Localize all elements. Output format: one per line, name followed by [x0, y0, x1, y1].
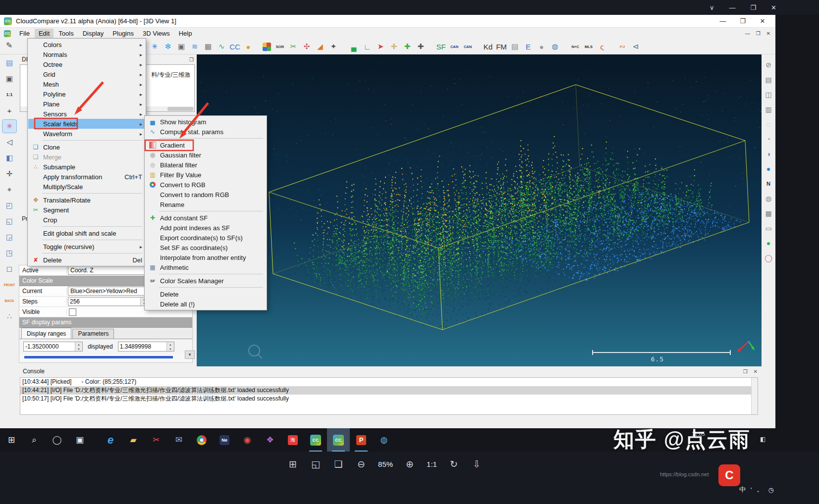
menu-3d-views[interactable]: 3D Views — [139, 29, 174, 38]
sphere-tool-icon[interactable]: ● — [242, 41, 254, 52]
menu-item-interpolate-from-another-entity[interactable]: Interpolate from another entity — [145, 252, 266, 262]
menu-item-waveform[interactable]: Waveform▸ — [28, 129, 145, 139]
menu-item-toggle-recursive[interactable]: Toggle (recursive)▸ — [28, 242, 145, 252]
console-scrollbar[interactable] — [751, 378, 758, 414]
label-tool-icon[interactable]: ➤ — [375, 41, 386, 52]
zoom-out-icon[interactable]: ⊖ — [355, 458, 367, 470]
no-filter-icon[interactable]: ⊘ — [763, 59, 774, 70]
action-center-icon[interactable]: ◧ — [760, 436, 765, 443]
front-view-icon[interactable]: FRONT — [2, 278, 16, 291]
chrome-icon[interactable] — [190, 428, 213, 452]
menu-edit[interactable]: Edit — [35, 29, 54, 38]
minimize-icon[interactable]: — — [729, 4, 735, 11]
add-point-icon[interactable]: ✚ — [401, 41, 413, 52]
zoom-level[interactable]: 85% — [378, 460, 393, 468]
checker-tool-icon[interactable] — [263, 43, 271, 51]
gl-filter-2-icon[interactable]: ◫ — [763, 89, 774, 100]
screenshot-camera-icon[interactable]: ▣ — [2, 72, 16, 85]
cortana-icon[interactable]: ◯ — [46, 428, 68, 452]
gl-filter-1-icon[interactable]: ▤ — [763, 74, 774, 85]
menu-item-merge[interactable]: ❏Merge — [28, 152, 145, 162]
menu-item-crop[interactable]: Crop — [28, 215, 145, 225]
snapshot-icon[interactable]: ▣ — [175, 41, 187, 52]
msc-filter-icon[interactable]: ▦ — [763, 208, 774, 219]
close-panel-icon[interactable]: ✕ — [754, 369, 758, 374]
zoom-1-1-icon[interactable]: 1:1 — [2, 88, 16, 101]
right-side-view-icon[interactable]: ◳ — [2, 247, 16, 259]
mesh-tool-icon[interactable]: ▦ — [202, 41, 214, 52]
compute-normals-icon[interactable]: ≋ — [189, 41, 201, 52]
cross-section-icon[interactable]: ✛ — [388, 41, 400, 52]
clipping-box-icon[interactable]: ◢ — [314, 41, 326, 52]
menu-item-bilateral-filter[interactable]: ◎Bilateral filter — [145, 160, 266, 170]
cloudcompare-titlebar[interactable]: CC CloudCompare v2.11 alpha (Anoia) [64-… — [0, 15, 775, 28]
menu-item-grid[interactable]: Grid▸ — [28, 69, 145, 79]
fullscreen-icon[interactable]: ❏ — [332, 458, 344, 470]
steps-spinbox[interactable]: 256 ▲▼ — [68, 297, 148, 306]
tab-parameters[interactable]: Parameters — [72, 329, 114, 339]
merge-tool-icon[interactable]: ✚ — [415, 41, 427, 52]
green-sphere-icon[interactable]: ● — [763, 238, 774, 249]
menu-display[interactable]: Display — [79, 29, 108, 38]
ssao-filter-icon[interactable]: ◍ — [763, 193, 774, 204]
colorful-app-icon[interactable]: ❖ — [259, 428, 281, 452]
top-view-icon[interactable]: ◰ — [2, 199, 16, 212]
menu-tools[interactable]: Tools — [55, 29, 77, 38]
sigma-tool-icon[interactable]: ς — [596, 41, 608, 52]
menu-item-normals[interactable]: Normals▸ — [28, 50, 145, 59]
curve-tool-icon[interactable]: ∾ — [616, 41, 628, 52]
zoom-magnifier-icon[interactable]: ⌖ — [2, 183, 16, 196]
close-icon[interactable]: ✕ — [753, 17, 772, 25]
file-explorer-icon[interactable]: ▰ — [122, 428, 145, 452]
menu-item-add-constant-sf[interactable]: ✚Add constant SF — [145, 213, 266, 223]
menu-plugins[interactable]: Plugins — [109, 29, 138, 38]
trace-pen-icon[interactable]: ✎ — [6, 41, 12, 50]
console-log[interactable]: [10:43:44] [Picked] - Color: (85;255;127… — [20, 377, 758, 415]
edl-filter-icon[interactable]: ● — [763, 163, 774, 174]
tab-display-ranges[interactable]: Display ranges — [21, 328, 71, 339]
kd-tree-icon[interactable]: Kd — [482, 41, 494, 52]
haitao-app-icon[interactable]: 海 — [281, 428, 304, 452]
polyline-tool-icon[interactable]: ∟ — [361, 41, 373, 52]
menu-item-gradient[interactable]: Gradient — [145, 140, 266, 150]
sor-filter-icon[interactable]: SOR — [274, 41, 286, 52]
actual-size-label[interactable]: 1:1 — [427, 460, 437, 468]
ellipse-filter-icon[interactable]: ◯ — [763, 252, 774, 263]
iso-view-icon[interactable]: ◧ — [2, 151, 16, 164]
normals-letter-icon[interactable]: N — [763, 178, 774, 189]
powerpoint-icon[interactable]: P — [350, 428, 373, 452]
menu-item-apply-transformation[interactable]: Apply transformationCtrl+T — [28, 172, 145, 182]
menu-item-plane[interactable]: Plane▸ — [28, 99, 145, 109]
canupo-classify-icon[interactable]: CAN — [462, 41, 474, 52]
restore-icon[interactable]: ❐ — [733, 17, 753, 25]
set-pivot-icon[interactable]: ✛ — [2, 167, 16, 180]
menu-item-delete-all[interactable]: Delete all (!) — [145, 299, 266, 309]
menu-item-colors[interactable]: Colors▸ — [28, 40, 145, 50]
canupo-create-icon[interactable]: CAN — [448, 41, 460, 52]
menu-file[interactable]: File — [15, 29, 34, 38]
spinner-buttons[interactable]: ▲▼ — [166, 342, 174, 351]
fm-tool-icon[interactable]: FM — [495, 41, 507, 52]
task-view-icon[interactable]: ▣ — [68, 428, 91, 452]
collection-icon[interactable]: ⊞ — [287, 458, 299, 470]
menu-item-segment[interactable]: ✂Segment — [28, 205, 145, 215]
cloudcompare-taskbar-icon[interactable]: CC — [304, 428, 327, 452]
globe-browser-icon[interactable]: ◍ — [373, 428, 395, 452]
range-min-spinbox[interactable]: -1.35200000 ▲▼ — [23, 342, 83, 352]
triangle-tool-icon[interactable]: ⊲ — [630, 41, 642, 52]
menu-item-compute-stat-params[interactable]: ∿Compute stat. params — [145, 127, 266, 137]
dock-scroll-down-button[interactable]: ▼ — [185, 351, 195, 359]
mdi-restore-icon[interactable]: ❐ — [756, 31, 761, 36]
gl-filter-6-icon[interactable]: ◑ — [763, 149, 774, 159]
gl-filter-5-icon[interactable]: ◔ — [763, 134, 774, 145]
netease-music-icon[interactable]: Ne — [213, 428, 236, 452]
sf-range-slider[interactable] — [24, 356, 173, 358]
render-to-file-icon[interactable]: ▤ — [2, 56, 16, 69]
spinner-buttons[interactable]: ▲▼ — [75, 342, 82, 351]
save-download-icon[interactable]: ⇩ — [471, 458, 483, 470]
menu-item-filter-by-value[interactable]: ▥Filter By Value — [145, 170, 266, 180]
rotate-icon[interactable]: ↻ — [448, 458, 460, 470]
menu-item-color-scales-manager[interactable]: SFColor Scales Manager — [145, 276, 266, 286]
globe-tool-icon[interactable]: ◍ — [549, 41, 561, 52]
menu-item-delete[interactable]: Delete — [145, 289, 266, 299]
